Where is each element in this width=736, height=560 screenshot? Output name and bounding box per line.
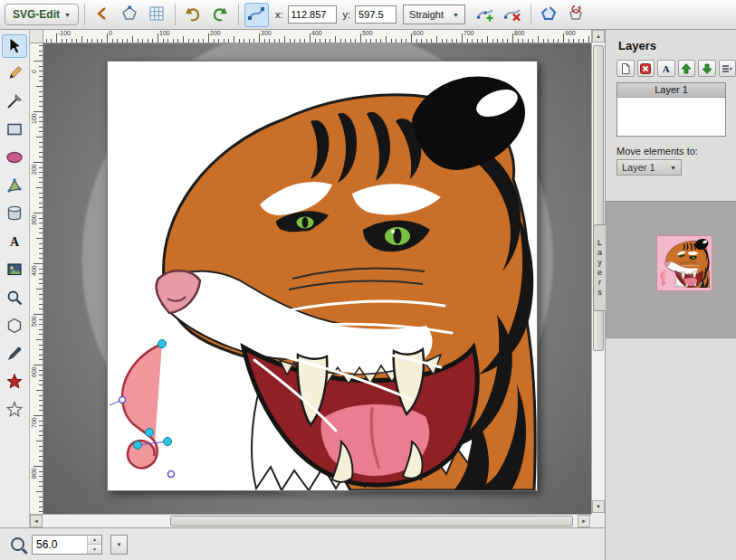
- ruler-tick: [274, 39, 275, 43]
- tiger-artwork: [659, 237, 710, 288]
- link-control-points-button[interactable]: [244, 3, 269, 27]
- undo-button[interactable]: [181, 3, 206, 27]
- ruler-tick: [39, 269, 43, 270]
- polygon-tool-button[interactable]: [2, 315, 27, 338]
- ruler-tick: [39, 142, 43, 143]
- ruler-tick: [122, 39, 123, 43]
- image-tool-button[interactable]: [2, 259, 27, 282]
- ruler-tick: [39, 511, 43, 512]
- ruler-label: 500: [362, 30, 373, 36]
- move-layer-select[interactable]: Layer 1 ▼: [617, 159, 682, 176]
- rename-layer-button[interactable]: A: [657, 60, 675, 77]
- scroll-right-button[interactable]: ►: [578, 515, 590, 527]
- canvas-workspace[interactable]: [43, 43, 591, 514]
- text-tool-button[interactable]: A: [2, 231, 27, 254]
- ruler-tick: [284, 36, 285, 43]
- pencil-tool-button[interactable]: [2, 62, 27, 86]
- path-control-handle[interactable]: [119, 397, 126, 403]
- horizontal-scrollbar[interactable]: ◄ ►: [30, 514, 591, 527]
- path-control-handle[interactable]: [168, 471, 175, 478]
- x-coordinate-input[interactable]: [288, 5, 337, 24]
- ruler-label: 200: [31, 164, 37, 175]
- ruler-tick: [39, 476, 43, 477]
- star-outline-tool-button[interactable]: [2, 399, 27, 422]
- path-tool-button[interactable]: [2, 175, 27, 198]
- shape-edit-button[interactable]: [118, 3, 142, 27]
- layer-thumbnail[interactable]: [656, 235, 712, 291]
- reorient-path-button[interactable]: [564, 3, 588, 27]
- cylinder-icon: [5, 204, 24, 224]
- ruler-tick: [39, 228, 43, 229]
- canvas-page[interactable]: [107, 61, 538, 491]
- segment-type-select[interactable]: Straight ▼: [403, 5, 465, 24]
- ruler-tick: [315, 39, 316, 43]
- delete-layer-button[interactable]: [637, 60, 655, 77]
- redo-button[interactable]: [208, 3, 233, 27]
- star-tool-button[interactable]: [2, 371, 27, 394]
- ellipse-tool-button[interactable]: [2, 147, 27, 170]
- add-node-button[interactable]: [473, 3, 498, 27]
- layer-row-selected[interactable]: Layer 1: [617, 83, 725, 98]
- shape-library-button[interactable]: [2, 203, 27, 226]
- ruler-tick: [107, 33, 108, 43]
- rect-tool-button[interactable]: [2, 119, 27, 142]
- ruler-tick: [39, 91, 43, 92]
- ruler-tick: [39, 76, 43, 77]
- arrow-up-icon: ▲: [596, 33, 601, 39]
- toolbar-separator: [84, 4, 85, 25]
- scroll-down-button[interactable]: ▼: [592, 500, 605, 513]
- redo-icon: [211, 5, 229, 24]
- ruler-label: 400: [311, 30, 322, 36]
- path-node-selected[interactable]: [164, 438, 172, 446]
- ruler-tick: [36, 86, 43, 87]
- zoom-preset-dropdown[interactable]: ▼: [110, 535, 128, 555]
- zoom-increase-button[interactable]: ▲: [88, 536, 101, 546]
- ruler-label: 0: [109, 30, 112, 36]
- zoom-magnifier-icon: [11, 537, 24, 551]
- zoom-input[interactable]: [33, 536, 87, 554]
- line-tool-button[interactable]: [2, 90, 27, 114]
- ruler-tick: [462, 33, 463, 43]
- ruler-tick: [39, 248, 43, 249]
- ruler-tick: [502, 39, 503, 43]
- ruler-tick: [406, 39, 406, 43]
- chevron-down-icon: ▼: [64, 12, 71, 18]
- path-node-selected[interactable]: [146, 429, 154, 437]
- scroll-left-button[interactable]: ◄: [30, 515, 43, 527]
- horizontal-scroll-thumb[interactable]: [170, 516, 573, 527]
- ruler-tick: [360, 33, 361, 43]
- ruler-tick: [142, 39, 143, 43]
- source-code-button[interactable]: [91, 3, 115, 27]
- ruler-tick: [177, 39, 178, 43]
- grid-button[interactable]: [145, 3, 169, 27]
- delete-node-button[interactable]: [501, 3, 525, 27]
- zoom-decrease-button[interactable]: ▼: [88, 545, 101, 554]
- ruler-tick: [39, 435, 43, 436]
- layer-more-button[interactable]: [719, 60, 736, 77]
- y-coordinate-input[interactable]: [355, 5, 397, 24]
- scroll-up-button[interactable]: ▲: [592, 30, 605, 43]
- zoom-tool-button[interactable]: [2, 287, 27, 310]
- path-node-selected[interactable]: [158, 340, 167, 348]
- path-node-selected[interactable]: [134, 441, 142, 450]
- ruler-tick: [583, 39, 584, 43]
- segment-type-value: Straight: [409, 9, 444, 20]
- select-tool-button[interactable]: [2, 34, 27, 58]
- ruler-tick: [87, 39, 88, 43]
- ruler-tick: [39, 182, 43, 183]
- ruler-tick: [543, 39, 544, 43]
- ruler-label: 700: [464, 30, 474, 36]
- lower-layer-button[interactable]: [698, 60, 716, 77]
- polygon-icon: [5, 317, 24, 337]
- ruler-tick: [528, 39, 529, 43]
- ruler-tick: [39, 334, 43, 335]
- ruler-tick: [39, 51, 43, 52]
- layers-panel-tab[interactable]: Layers: [593, 224, 606, 311]
- raise-layer-button[interactable]: [678, 60, 696, 77]
- open-path-button[interactable]: [537, 3, 561, 27]
- undo-icon: [184, 5, 202, 24]
- main-menu-button[interactable]: SVG-Edit ▼: [5, 4, 79, 25]
- new-layer-button[interactable]: [617, 60, 635, 77]
- eyedropper-tool-button[interactable]: [2, 343, 27, 366]
- ruler-tick: [335, 36, 336, 43]
